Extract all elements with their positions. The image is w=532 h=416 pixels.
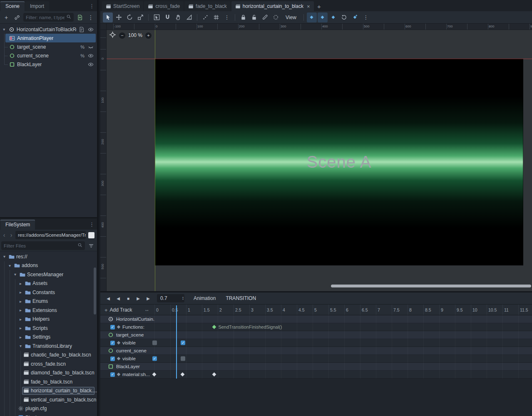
track-enabled-checkbox[interactable]: ✓ (110, 325, 115, 329)
unique-name-badge[interactable]: % (80, 53, 85, 58)
filesystem-dock-menu-icon[interactable]: ⋮ (89, 221, 94, 228)
expander-icon[interactable]: ▸ (18, 308, 23, 312)
file-item-transitionslibrary[interactable]: ▾TransitionsLibrary (0, 342, 97, 351)
file-item-cross-fade-tscn[interactable]: cross_fade.tscn (0, 359, 97, 369)
unique-name-badge[interactable]: % (80, 45, 85, 50)
scene-tab-fade-to-black[interactable]: fade_to_black (184, 1, 231, 11)
keyframe-bool-false[interactable] (152, 341, 157, 345)
file-item-constants[interactable]: ▸Constants (0, 288, 97, 297)
file-item-fade-to-black-tscn[interactable]: fade_to_black.tscn (0, 377, 97, 386)
move-tool[interactable] (114, 12, 124, 22)
expander-icon[interactable]: ▸ (18, 335, 23, 339)
scene-node-animationplayer[interactable]: AnimationPlayer (0, 34, 97, 42)
keyframe-diamond[interactable] (212, 372, 216, 376)
scene-dock-menu-icon[interactable]: ⋮ (86, 13, 95, 22)
expander-icon[interactable]: ▾ (12, 272, 18, 277)
close-icon[interactable]: × (307, 3, 310, 10)
expander-icon[interactable]: ▸ (18, 281, 23, 286)
file-item-plugin-cfg[interactable]: plugin.cfg (0, 404, 97, 414)
expander-icon[interactable]: ▸ (18, 290, 23, 295)
unlock-node-button[interactable] (249, 12, 259, 22)
file-item-extensions[interactable]: ▸Extensions (0, 306, 97, 315)
eye-icon[interactable] (88, 53, 94, 59)
timeline-pan-icon[interactable]: ↔ (144, 307, 149, 312)
snap-menu[interactable]: ⋮ (222, 12, 232, 22)
timeline-node-row-target-scene[interactable]: target_scene (100, 331, 532, 339)
file-filter-input[interactable]: Filter Files (1, 241, 85, 250)
zoom-level-label[interactable]: 100 % (128, 32, 142, 38)
toggle-split-mode-button[interactable] (88, 232, 94, 238)
scene-tab-cross-fade[interactable]: cross_fade (144, 1, 184, 11)
scene-node-target-scene[interactable]: target_scene% (0, 42, 97, 51)
list-select-tool[interactable] (152, 12, 162, 22)
file-item-assets[interactable]: ▸Assets (0, 279, 97, 288)
skeleton-options-button[interactable] (260, 12, 270, 22)
animation-name-button[interactable]: TRANSITION (222, 295, 259, 301)
eye-icon[interactable] (88, 62, 94, 67)
timeline-track-row-material-sh[interactable]: ✓material:sh... (100, 371, 532, 379)
attach-script-button[interactable] (75, 13, 85, 22)
keyframe-diamond[interactable] (181, 372, 185, 376)
add-node-button[interactable]: + (2, 13, 11, 22)
file-item-enums[interactable]: ▸Enums (0, 297, 97, 306)
track-enabled-checkbox[interactable]: ✓ (110, 341, 115, 345)
play-backwards-button[interactable]: ◀ (114, 294, 123, 303)
view-menu-button[interactable]: View (281, 13, 301, 22)
animation-key-menu[interactable]: ⋮ (361, 12, 371, 22)
history-back-button[interactable]: ‹ (1, 231, 7, 239)
playback-position-spinbox[interactable]: 0.7▴▾ (157, 294, 184, 302)
script-icon[interactable] (79, 27, 85, 32)
timeline-node-row-current-scene[interactable]: current_scene (100, 347, 532, 355)
scene-tab-horizontal-curtain-to-black[interactable]: horizontal_curtain_to_black× (231, 1, 314, 11)
keyframe-bool-false[interactable] (181, 357, 185, 361)
keyframe-function[interactable] (212, 325, 216, 329)
animation-menu-button[interactable]: Animation (189, 294, 220, 303)
timeline-node-row-blacklayer[interactable]: BlackLayer (100, 363, 532, 371)
dock-menu-icon[interactable]: ⋮ (89, 3, 94, 9)
insert-key-button[interactable] (350, 12, 360, 22)
filesystem-scrollbar[interactable] (94, 267, 96, 314)
track-enabled-checkbox[interactable]: ✓ (110, 372, 115, 377)
animation-onion-loop-toggle[interactable] (339, 12, 349, 22)
expander-icon[interactable]: ▾ (7, 263, 12, 268)
spinbox-arrows[interactable]: ▴▾ (182, 296, 184, 300)
add-track-button[interactable]: + Add Track (104, 305, 132, 315)
pan-tool[interactable] (173, 12, 183, 22)
lock-node-button[interactable] (238, 12, 248, 22)
ruler-tool[interactable] (184, 12, 194, 22)
file-item-chaotic-fade-to-black-tscn[interactable]: chaotic_fade_to_black.tscn (0, 351, 97, 360)
zoom-out-button[interactable]: − (119, 32, 125, 39)
tab-import[interactable]: Import (25, 1, 49, 11)
smart-snap-toggle[interactable] (162, 12, 172, 22)
play-button[interactable]: ▶ (134, 294, 143, 303)
timeline-playhead[interactable] (176, 305, 177, 379)
eye-icon[interactable] (88, 27, 94, 32)
expander-icon[interactable]: ▾ (2, 27, 7, 32)
scene-tab-startscreen[interactable]: StartScreen (102, 1, 143, 11)
file-item-res[interactable]: ▾res:// (0, 252, 97, 261)
keyframe-bool-true[interactable]: ✓ (181, 341, 185, 345)
tab-filesystem[interactable]: FileSystem (0, 220, 35, 230)
center-view-icon[interactable] (109, 31, 116, 40)
expander-icon[interactable]: ▾ (18, 344, 23, 348)
timeline-track-row-visible[interactable]: ✓visible✓ (100, 355, 532, 363)
play-backwards-from-end-button[interactable]: ◀ (104, 294, 113, 303)
tab-scene[interactable]: Scene (0, 1, 25, 11)
file-item-scenesmanager[interactable]: ▾ScenesManager (0, 270, 97, 279)
scale-tool[interactable] (135, 12, 145, 22)
eye-closed-icon[interactable] (88, 44, 94, 50)
scene-node-current-scene[interactable]: current_scene% (0, 51, 97, 60)
scene-node-horizontalcurtaintoblackroot[interactable]: ▾HorizontalCurtainToBlackRoot (0, 25, 97, 34)
snap-options-toggle[interactable] (200, 12, 210, 22)
expander-icon[interactable]: ▸ (18, 299, 23, 304)
file-item-vertical-curtain-to-black-tscn[interactable]: vertical_curtain_to_black.tscn (0, 395, 97, 404)
file-item-scripts[interactable]: ▸Scripts (0, 324, 97, 333)
zoom-in-button[interactable]: + (145, 32, 152, 39)
scene-filter-input[interactable]: Filter: name, t:type, g: (23, 13, 74, 22)
select-tool[interactable] (103, 12, 113, 22)
viewport-horizontal-scrollbar[interactable] (331, 285, 531, 287)
file-item-horizontal-curtain-to-black[interactable]: horizontal_curtain_to_black.... (0, 386, 97, 396)
rotate-tool[interactable] (124, 12, 134, 22)
expander-icon[interactable]: ▸ (18, 326, 23, 330)
expander-icon[interactable]: ▾ (2, 254, 7, 259)
